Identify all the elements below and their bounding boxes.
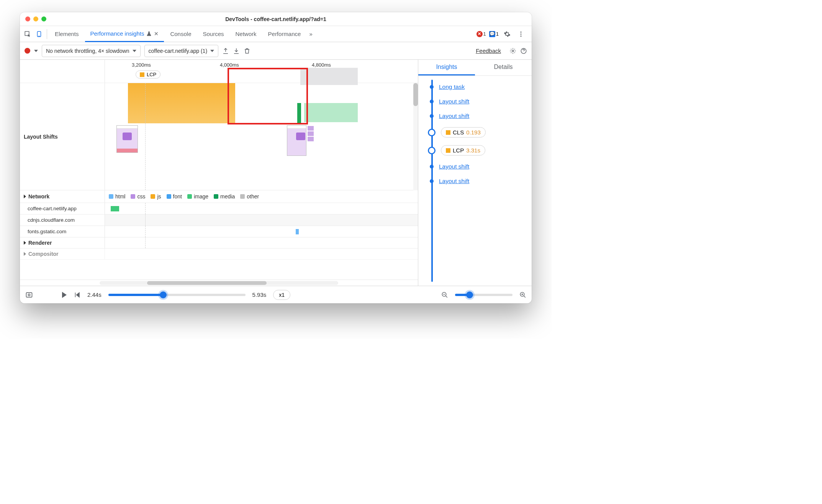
tab-sources[interactable]: Sources: [197, 26, 229, 42]
svg-point-3: [521, 31, 522, 33]
horizontal-scrollbar[interactable]: [20, 280, 418, 286]
disclosure-triangle-icon[interactable]: [24, 195, 26, 198]
record-menu-chevron-icon[interactable]: [34, 50, 38, 52]
tab-details[interactable]: Details: [475, 60, 532, 75]
timeline-dot-icon: [430, 179, 434, 183]
insight-link[interactable]: Layout shift: [439, 98, 469, 105]
svg-rect-8: [26, 293, 32, 297]
filmstrip-bg: [300, 68, 358, 85]
network-host-row[interactable]: cdnjs.cloudflare.com: [20, 214, 418, 226]
insight-item[interactable]: Layout shift: [425, 159, 532, 174]
flask-icon: [146, 31, 152, 36]
insight-item[interactable]: CLS0.193: [425, 123, 532, 141]
tabs-more[interactable]: »: [307, 26, 314, 42]
speed-chip[interactable]: x1: [273, 290, 290, 300]
insight-link[interactable]: Layout shift: [439, 163, 469, 170]
network-host-row[interactable]: coffee-cart.netlify.app: [20, 203, 418, 214]
footer: 2.44s 5.93s x1: [20, 286, 532, 303]
timeline-dot-icon: [430, 114, 434, 118]
legend-image-icon: [187, 194, 192, 199]
insight-link[interactable]: Layout shift: [439, 178, 469, 185]
network-request-marker[interactable]: [111, 206, 119, 211]
upload-icon[interactable]: [222, 47, 229, 54]
filmstrip-thumb[interactable]: [287, 125, 314, 156]
tab-performance-insights[interactable]: Performance insights ✕: [85, 26, 164, 42]
layout-shifts-track: Layout Shifts: [20, 83, 418, 190]
time-slider[interactable]: [108, 294, 246, 296]
zoom-out-icon[interactable]: [441, 291, 448, 298]
feedback-link[interactable]: Feedback: [476, 47, 501, 54]
insight-link[interactable]: Layout shift: [439, 113, 469, 119]
layout-shifts-timeline[interactable]: [105, 83, 418, 190]
record-button[interactable]: [25, 48, 30, 54]
network-legend: html css js font image media other: [105, 190, 418, 203]
legend-other-icon: [240, 194, 245, 199]
network-host-row[interactable]: fonts.gstatic.com: [20, 226, 418, 237]
network-request-marker[interactable]: [296, 229, 299, 234]
network-host-label: cdnjs.cloudflare.com: [20, 214, 105, 226]
toolbar-settings-gear-icon[interactable]: [509, 47, 516, 54]
maximize-window-icon[interactable]: [41, 16, 46, 21]
message-badge[interactable]: 💬 1: [489, 31, 499, 37]
trash-icon[interactable]: [244, 47, 251, 54]
timeline-dot-icon: [430, 100, 434, 103]
svg-point-9: [28, 294, 30, 296]
layout-shifts-header: Layout Shifts: [20, 83, 105, 190]
error-badge[interactable]: ✕ 1: [476, 31, 486, 37]
close-window-icon[interactable]: [25, 16, 30, 21]
tab-elements[interactable]: Elements: [49, 26, 84, 42]
compositor-track-header[interactable]: Compositor: [20, 249, 418, 260]
selection-frame[interactable]: [228, 68, 308, 124]
renderer-label: Renderer: [20, 237, 105, 248]
renderer-track-header[interactable]: Renderer: [20, 237, 418, 249]
insights-panel: Insights Details Long taskLayout shiftLa…: [418, 60, 532, 286]
metric-chip[interactable]: LCP3.31s: [441, 145, 485, 155]
disclosure-triangle-icon[interactable]: [24, 241, 26, 245]
metric-name: CLS: [453, 129, 464, 136]
inspect-icon[interactable]: [22, 29, 33, 39]
lcp-marker-chip[interactable]: LCP: [136, 70, 160, 79]
help-icon[interactable]: [520, 47, 527, 54]
download-icon[interactable]: [233, 47, 240, 54]
rewind-icon[interactable]: [74, 291, 80, 298]
error-count: 1: [483, 31, 486, 37]
titlebar: DevTools - coffee-cart.netlify.app/?ad=1: [20, 12, 532, 26]
insights-list[interactable]: Long taskLayout shiftLayout shiftCLS0.19…: [418, 76, 532, 286]
cls-block[interactable]: [128, 83, 235, 123]
network-label[interactable]: Network: [20, 190, 105, 203]
metric-color-icon: [446, 148, 450, 153]
metric-value: 3.31s: [466, 147, 480, 154]
tab-performance[interactable]: Performance: [263, 26, 306, 42]
insight-item[interactable]: Layout shift: [425, 174, 532, 188]
zoom-slider[interactable]: [455, 294, 513, 296]
tab-close-icon[interactable]: ✕: [154, 31, 159, 37]
svg-point-5: [521, 35, 522, 36]
vertical-scrollbar[interactable]: [413, 83, 418, 190]
minimize-window-icon[interactable]: [33, 16, 38, 21]
filmstrip-thumb[interactable]: [116, 125, 138, 153]
zoom-in-icon[interactable]: [519, 291, 526, 298]
toggle-visibility-icon[interactable]: [25, 291, 33, 299]
message-count: 1: [496, 31, 499, 37]
tab-insights[interactable]: Insights: [418, 60, 475, 75]
timeline-dot-icon: [430, 85, 434, 89]
device-toggle-icon[interactable]: [34, 29, 44, 39]
timeline-pane: › 3,200ms 4,000ms 4,800ms LCP: [20, 60, 418, 286]
disclosure-triangle-icon[interactable]: [24, 252, 26, 256]
insight-item[interactable]: Long task: [425, 80, 532, 94]
insight-item[interactable]: LCP3.31s: [425, 141, 532, 159]
play-button[interactable]: [62, 292, 67, 298]
tab-network[interactable]: Network: [230, 26, 262, 42]
kebab-menu-icon[interactable]: [516, 29, 526, 39]
network-track-header: Network html css js font image media oth…: [20, 190, 418, 203]
message-square-icon: 💬: [489, 31, 495, 37]
metric-chip[interactable]: CLS0.193: [441, 127, 486, 137]
insight-link[interactable]: Long task: [439, 83, 465, 90]
recording-select[interactable]: coffee-cart.netlify.app (1): [144, 45, 219, 57]
tab-console[interactable]: Console: [165, 26, 196, 42]
insight-item[interactable]: Layout shift: [425, 94, 532, 109]
throttling-select[interactable]: No network throttling, 4× slowdown: [42, 45, 141, 57]
settings-gear-icon[interactable]: [502, 29, 513, 39]
insight-item[interactable]: Layout shift: [425, 109, 532, 123]
legend-js-icon: [151, 194, 155, 199]
